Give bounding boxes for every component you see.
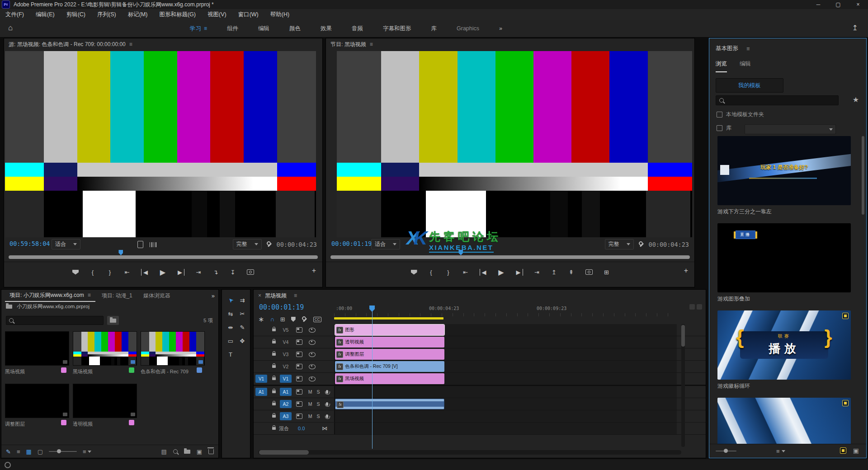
track-name[interactable]: A3	[280, 412, 292, 420]
add-marker-icon[interactable]	[291, 317, 296, 322]
clip-graphic[interactable]: fx图形	[335, 324, 444, 335]
lock-icon[interactable]	[272, 415, 276, 418]
add-marker-button[interactable]	[411, 270, 417, 275]
tab-project-anime[interactable]: 项目: 动漫_1	[97, 290, 137, 301]
extract-button[interactable]: ⇞	[568, 269, 575, 276]
source-patch-badge[interactable]: A1	[255, 388, 267, 396]
project-item[interactable]: 色条和色调 - Rec 709	[141, 331, 205, 384]
timeline-ruler[interactable]: :00:00 00:00:04:23 00:00:09:23	[334, 305, 678, 317]
track-lane[interactable]: fx	[334, 398, 677, 410]
snap-magnet-icon[interactable]: ∩	[270, 316, 274, 323]
track-output-icon[interactable]	[296, 339, 302, 345]
track-name[interactable]: V2	[279, 364, 292, 369]
timeline-timecode[interactable]: 00:00:01:19	[259, 303, 304, 311]
workspace-tab-editing[interactable]: 编辑	[258, 25, 269, 33]
source-zoom-select[interactable]: 适合	[52, 239, 80, 249]
lock-icon[interactable]	[272, 390, 276, 393]
project-file-row[interactable]: 小刀娱乐网www.x6g.com.prproj	[6, 303, 90, 310]
captions-cc-icon[interactable]: CC	[313, 317, 321, 322]
program-playback-resolution-select[interactable]: 完整	[605, 239, 634, 249]
new-layer-icon[interactable]: ▣	[853, 447, 859, 454]
lift-button[interactable]: ↥	[551, 269, 557, 276]
sort-icons-button[interactable]: ≡	[83, 448, 91, 455]
slip-tool[interactable]: ⇹	[228, 324, 233, 331]
lock-icon[interactable]	[272, 365, 276, 368]
play-button[interactable]: ▶	[498, 268, 505, 277]
linked-selection-icon[interactable]: ⊞	[280, 316, 285, 323]
workspace-tab-assembly[interactable]: 组件	[227, 25, 238, 33]
track-name[interactable]: V3	[279, 352, 292, 357]
drag-video-icon[interactable]	[137, 241, 143, 248]
lock-icon[interactable]	[272, 403, 276, 405]
track-output-icon[interactable]	[296, 414, 302, 419]
track-name[interactable]: V1	[280, 375, 292, 383]
clip-color-bars[interactable]: fx色条和色调 - Rec 709 [V]	[335, 361, 444, 372]
clip-thumbnail[interactable]	[73, 384, 137, 418]
menu-sequence[interactable]: 序列(S)	[97, 11, 116, 19]
track-output-icon[interactable]	[296, 401, 302, 407]
workspace-tab-captions-graphics[interactable]: 字幕和图形	[383, 25, 411, 33]
clip-name[interactable]: 调整图层	[5, 421, 55, 428]
program-video-preview[interactable]	[337, 51, 692, 237]
label-color-chip[interactable]	[129, 420, 134, 425]
label-color-chip[interactable]	[129, 367, 134, 373]
export-frame-button[interactable]	[247, 269, 254, 275]
settings-wrench-icon[interactable]	[638, 241, 644, 247]
export-frame-button[interactable]	[585, 269, 593, 275]
step-forward-button[interactable]: ▶	[177, 269, 184, 276]
clip-name[interactable]: 黑场视频	[73, 368, 123, 375]
workspace-tab-learning[interactable]: 学习≡	[190, 25, 207, 33]
menu-help[interactable]: 帮助(H)	[270, 11, 289, 19]
clip-name[interactable]: 黑场视频	[5, 368, 55, 375]
freeform-view-icon[interactable]: ▢	[38, 448, 43, 455]
track-output-icon[interactable]	[296, 352, 302, 357]
audio-clip[interactable]: fx	[335, 399, 444, 409]
workspace-tab-menu-icon[interactable]: ≡	[204, 25, 207, 32]
hand-tool[interactable]: ✥	[240, 338, 245, 344]
eye-icon[interactable]	[309, 376, 316, 381]
clip-thumbnail[interactable]	[73, 331, 137, 366]
clip-name[interactable]: 透明视频	[73, 421, 123, 428]
timeline-horizontal-scrollbar[interactable]	[258, 450, 681, 455]
panel-menu-icon[interactable]: ≡	[88, 292, 91, 298]
project-item[interactable]: 黑场视频	[5, 331, 69, 384]
program-zoom-scrollbar[interactable]	[330, 255, 690, 259]
track-lane[interactable]: fx色条和色调 - Rec 709 [V]	[334, 361, 677, 372]
lock-icon[interactable]	[272, 341, 276, 343]
voiceover-mic-icon[interactable]	[326, 402, 328, 406]
workspace-tab-effects[interactable]: 效果	[321, 25, 332, 33]
mark-out-button[interactable]: }	[107, 269, 113, 276]
local-templates-checkbox[interactable]	[717, 112, 722, 118]
track-name[interactable]: V5	[279, 327, 292, 333]
eye-icon[interactable]	[309, 328, 316, 333]
motion-filter-icon[interactable]	[840, 447, 846, 454]
template-item[interactable]	[717, 398, 851, 444]
track-name[interactable]: V4	[279, 339, 292, 345]
workspace-overflow-icon[interactable]: »	[499, 25, 502, 32]
tab-edit[interactable]: 编辑	[740, 60, 751, 72]
menu-file[interactable]: 文件(F)	[5, 11, 24, 19]
lock-icon[interactable]	[272, 353, 276, 356]
libraries-select[interactable]	[745, 124, 836, 134]
timeline-vertical-scrollbar[interactable]	[681, 324, 685, 447]
tab-project-main[interactable]: 项目: 小刀娱乐网www.x6g.com≡	[5, 289, 95, 302]
track-lane[interactable]: fx调整图层	[334, 348, 677, 360]
project-writable-pencil-icon[interactable]: ✎	[6, 448, 11, 455]
ripple-edit-tool[interactable]: ⇆	[228, 310, 233, 317]
scrollbar-handle[interactable]	[259, 450, 309, 455]
source-timecode[interactable]: 00:59:58:04	[9, 240, 50, 247]
home-icon[interactable]: ⌂	[8, 24, 13, 33]
clip-thumbnail[interactable]	[5, 384, 69, 418]
track-name[interactable]: A1	[280, 388, 292, 396]
track-lane[interactable]	[334, 410, 677, 422]
template-item[interactable]: { } 联赛 播放 游戏徽标循环	[717, 310, 851, 390]
track-output-icon[interactable]	[296, 327, 302, 333]
track-lane[interactable]: fx图形	[334, 324, 677, 336]
solo-button[interactable]: S	[314, 401, 322, 407]
template-thumbnail[interactable]: { } 联赛 播放	[717, 310, 851, 380]
rectangle-tool[interactable]: ▭	[228, 338, 233, 344]
thumbnail-size-slider[interactable]	[716, 451, 736, 451]
workspace-tab-audio[interactable]: 音频	[352, 25, 363, 33]
template-item[interactable]: 玩家 1 是否准备好? 游戏下方三分之一靠左	[717, 136, 851, 215]
eye-icon[interactable]	[309, 340, 316, 345]
